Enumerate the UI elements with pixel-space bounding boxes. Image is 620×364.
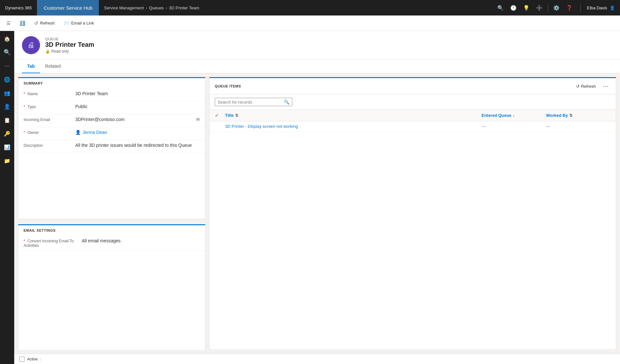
- user-avatar-icon: 👤: [610, 5, 615, 10]
- search-input[interactable]: [218, 100, 282, 105]
- tabs-bar: Tab Related: [14, 60, 620, 73]
- nav-divider: [548, 3, 548, 12]
- field-name-value: 3D Printer Team: [75, 91, 200, 96]
- field-description-label: Description: [24, 143, 75, 148]
- sidebar-icon-users[interactable]: 👥: [1, 86, 14, 99]
- menu-button[interactable]: ☰: [3, 19, 15, 28]
- sidebar-icon-home[interactable]: 🏠: [1, 32, 14, 45]
- status-label: Active: [27, 357, 38, 361]
- status-checkbox[interactable]: [19, 357, 25, 362]
- field-convert-value: All email messages: [82, 238, 200, 243]
- bulb-icon[interactable]: 💡: [521, 2, 532, 14]
- lock-icon: 🔒: [45, 49, 50, 54]
- sidebar-icon-more[interactable]: ⋯: [1, 59, 14, 72]
- field-type-value: Public: [75, 104, 200, 109]
- required-indicator-2: *: [24, 105, 25, 109]
- breadcrumb-sep-2: ›: [166, 5, 167, 10]
- field-owner-value[interactable]: Jenna Dean: [83, 130, 107, 135]
- td-worked: ---: [546, 124, 611, 129]
- search-icon[interactable]: 🔍: [495, 2, 506, 14]
- clock-icon[interactable]: 🕐: [508, 2, 519, 14]
- user-divider: [580, 3, 581, 12]
- queue-refresh-icon: ↺: [576, 84, 580, 89]
- sidebar-icon-globe[interactable]: 🌐: [1, 73, 14, 86]
- record-type-label: QUEUE: [45, 37, 94, 41]
- field-email: Incoming Email 3DPrinter@contoso.com ✉: [18, 114, 205, 127]
- breadcrumb-current: 3D Printer Team: [169, 5, 199, 10]
- sidebar-icon-chart[interactable]: 📊: [1, 141, 14, 154]
- queue-items-header: QUEUE ITEMS ↺ Refresh ⋯: [210, 78, 616, 95]
- field-email-value: 3DPrinter@contoso.com: [75, 117, 125, 122]
- settings-icon[interactable]: ⚙️: [551, 2, 562, 14]
- queue-refresh-button[interactable]: ↺ Refresh: [574, 83, 598, 90]
- plus-icon[interactable]: ➕: [533, 2, 545, 14]
- summary-section: SUMMARY * Name 3D Printer Team * Typ: [18, 77, 205, 219]
- email-field-icon[interactable]: ✉: [196, 117, 200, 122]
- breadcrumb-service-management[interactable]: Service Management: [104, 5, 144, 10]
- email-link-label: Email a Link: [71, 21, 94, 25]
- status-bar: Active |: [14, 354, 620, 364]
- refresh-label: Refresh: [40, 21, 55, 25]
- search-icon: 🔍: [284, 99, 289, 105]
- queue-items-panel: QUEUE ITEMS ↺ Refresh ⋯ 🔍: [209, 77, 616, 350]
- record-title: 3D Printer Team: [45, 41, 94, 48]
- record-avatar: 🖨: [22, 36, 40, 54]
- sidebar-icon-key[interactable]: 🔑: [1, 127, 14, 140]
- field-email-value-wrap: 3DPrinter@contoso.com ✉: [75, 117, 200, 122]
- breadcrumb-sep-1: ›: [146, 5, 147, 10]
- status-divider: |: [40, 357, 41, 361]
- search-bar: 🔍: [210, 95, 616, 110]
- hamburger-icon: ☰: [6, 21, 11, 26]
- tab-related[interactable]: Related: [40, 60, 66, 73]
- nav-icons: 🔍 🕐 💡 ➕ ⚙️ ❓: [491, 2, 579, 14]
- th-title[interactable]: Title ⇅: [225, 113, 481, 118]
- td-title[interactable]: 3D Printer - Display screen not working: [225, 124, 481, 129]
- record-status: 🔒 Read only: [45, 49, 94, 54]
- sidebar-icon-person[interactable]: 👤: [1, 100, 14, 113]
- owner-person-icon: 👤: [75, 130, 81, 135]
- refresh-button[interactable]: ↺ Refresh: [30, 19, 59, 28]
- th-entered[interactable]: Entered Queue ↓: [481, 113, 546, 118]
- tab-tab[interactable]: Tab: [22, 60, 40, 73]
- info-icon: ℹ️: [20, 21, 25, 26]
- queue-items-title: QUEUE ITEMS: [215, 84, 241, 88]
- user-name: Elba Davis: [587, 5, 607, 10]
- user-info[interactable]: Elba Davis 👤: [582, 5, 620, 10]
- field-name-label: * Name: [24, 91, 75, 96]
- queue-table: ✓ Title ⇅ Entered Queue ↓ Worked By ⇅: [210, 110, 616, 349]
- app-name: Customer Service Hub: [37, 0, 99, 15]
- email-settings-section: EMAIL SETTINGS * Convert Incoming Email …: [18, 224, 205, 350]
- sidebar-icon-search[interactable]: 🔍: [1, 46, 14, 59]
- field-type: * Type Public: [18, 101, 205, 114]
- table-row[interactable]: 3D Printer - Display screen not working …: [210, 121, 616, 132]
- field-owner: * Owner 👤 Jenna Dean: [18, 127, 205, 140]
- table-header: ✓ Title ⇅ Entered Queue ↓ Worked By ⇅: [210, 110, 616, 121]
- main-layout: 🏠 🔍 ⋯ 🌐 👥 👤 📋 🔑 📊 📁 🖨 QUEUE 3D Printer T…: [0, 31, 620, 364]
- sidebar-icon-cases[interactable]: 📋: [1, 114, 14, 126]
- sidebar: 🏠 🔍 ⋯ 🌐 👥 👤 📋 🔑 📊 📁: [0, 31, 14, 364]
- toolbar: ☰ ℹ️ ↺ Refresh ✉️ Email a Link: [0, 15, 620, 31]
- field-type-label: * Type: [24, 104, 75, 109]
- header-checkbox-icon[interactable]: ✓: [215, 113, 219, 118]
- field-owner-value-wrap: 👤 Jenna Dean: [75, 130, 200, 135]
- avatar-icon: 🖨: [27, 41, 35, 49]
- td-entered: ---: [481, 124, 546, 129]
- breadcrumb-queues[interactable]: Queues: [149, 5, 164, 10]
- th-worked[interactable]: Worked By ⇅: [546, 113, 611, 118]
- breadcrumb: Service Management › Queues › 3D Printer…: [99, 5, 491, 10]
- dynamics-logo[interactable]: Dynamics 365: [0, 0, 37, 15]
- field-description-value: All the 3D printer issues would be redir…: [75, 143, 200, 148]
- sidebar-icon-folder[interactable]: 📁: [1, 154, 14, 167]
- required-indicator: *: [24, 92, 25, 96]
- info-button[interactable]: ℹ️: [16, 19, 29, 28]
- search-input-wrap[interactable]: 🔍: [215, 98, 292, 106]
- main-content: 🖨 QUEUE 3D Printer Team 🔒 Read only Tab …: [14, 31, 620, 364]
- queue-more-button[interactable]: ⋯: [601, 81, 611, 91]
- field-convert-label: * Convert Incoming Email To Activities: [24, 238, 82, 248]
- summary-title: SUMMARY: [18, 78, 205, 88]
- record-header: 🖨 QUEUE 3D Printer Team 🔒 Read only: [14, 31, 620, 60]
- field-email-label: Incoming Email: [24, 117, 75, 122]
- email-link-button[interactable]: ✉️ Email a Link: [60, 19, 98, 28]
- help-icon[interactable]: ❓: [563, 2, 575, 14]
- body-area: SUMMARY * Name 3D Printer Team * Typ: [14, 73, 620, 354]
